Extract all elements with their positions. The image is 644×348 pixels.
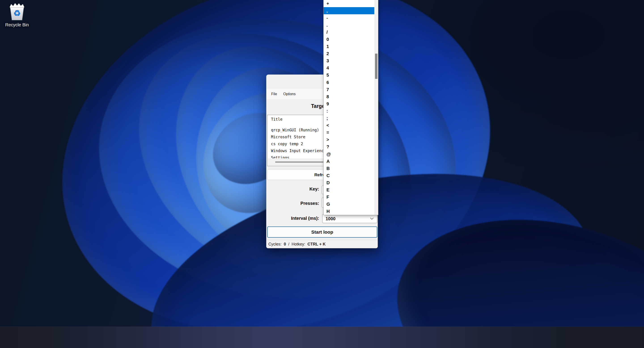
desktop: ♻ Recycle Bin FileOptions Target: Title … (0, 0, 644, 348)
recycle-bin-icon: ♻ (8, 2, 26, 21)
key-option[interactable]: 5 (324, 72, 374, 79)
key-label: Key: (266, 186, 319, 192)
key-option[interactable]: , (324, 7, 374, 14)
presses-label: Presses: (266, 201, 319, 206)
key-option[interactable]: = (324, 129, 374, 136)
key-option[interactable]: < (324, 122, 374, 129)
hotkey-label: Hotkey: (292, 242, 305, 247)
recycle-bin-desktop-icon[interactable]: ♻ Recycle Bin (1, 2, 33, 27)
scrollbar-thumb[interactable] (375, 54, 378, 79)
key-dropdown-list[interactable]: +,-./0123456789:;<=>?@ABCDEFGH (323, 0, 378, 215)
key-option[interactable]: @ (324, 151, 374, 158)
svg-text:♻: ♻ (14, 9, 21, 18)
key-option[interactable]: 7 (324, 86, 374, 93)
hotkey-value: CTRL + K (308, 242, 326, 247)
cycles-value: 0 (284, 242, 286, 247)
key-option[interactable]: ; (324, 115, 374, 122)
list-column-header[interactable]: Title (271, 117, 282, 122)
interval-label: Interval (ms): (266, 216, 319, 221)
taskbar: 1 30°F Clear Search (0, 327, 644, 348)
key-option[interactable]: G (324, 201, 374, 208)
key-option[interactable]: 9 (324, 100, 374, 107)
key-option[interactable]: 2 (324, 50, 374, 57)
key-option[interactable]: 8 (324, 93, 374, 100)
key-option[interactable]: D (324, 179, 374, 186)
key-option[interactable]: A (324, 158, 374, 165)
key-option[interactable]: C (324, 172, 374, 179)
key-option[interactable]: 6 (324, 79, 374, 86)
start-loop-button[interactable]: Start loop (267, 226, 377, 238)
menu-item[interactable]: Options (280, 89, 299, 99)
key-option[interactable]: / (324, 29, 374, 36)
key-option[interactable]: - (324, 14, 374, 21)
status-separator: / (288, 242, 289, 247)
key-option[interactable]: . (324, 21, 374, 29)
key-option[interactable]: 3 (324, 57, 374, 65)
vertical-scrollbar[interactable] (374, 0, 378, 215)
chevron-down-icon (370, 217, 374, 220)
recycle-bin-label: Recycle Bin (1, 22, 33, 27)
key-option[interactable]: B (324, 165, 374, 172)
key-option[interactable]: H (324, 208, 374, 215)
key-option[interactable]: E (324, 186, 374, 193)
key-option[interactable]: ? (324, 143, 374, 151)
interval-value: 1000 (322, 216, 336, 221)
interval-combobox[interactable]: 1000 (322, 214, 377, 223)
menu-item[interactable]: File (268, 89, 280, 99)
key-option[interactable]: > (324, 136, 374, 143)
key-option[interactable]: F (324, 194, 374, 201)
status-bar: Cycles: 0 / Hotkey: CTRL + K (266, 240, 378, 248)
key-option[interactable]: 0 (324, 36, 374, 43)
cycles-label: Cycles: (268, 242, 282, 247)
key-option[interactable]: 4 (324, 65, 374, 72)
key-dropdown-items: +,-./0123456789:;<=>?@ABCDEFGH (324, 0, 374, 215)
key-option[interactable]: + (324, 0, 374, 7)
key-option[interactable]: : (324, 107, 374, 115)
key-option[interactable]: 1 (324, 43, 374, 50)
